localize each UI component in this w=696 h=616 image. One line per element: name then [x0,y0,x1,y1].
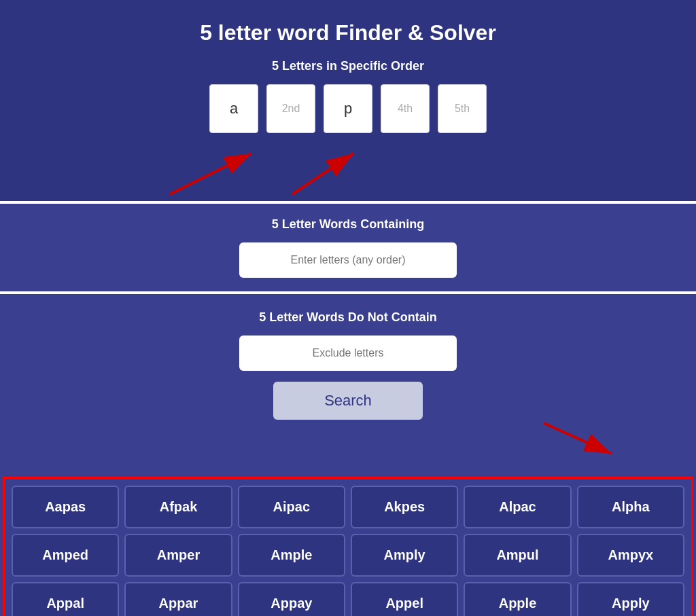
word-button[interactable]: Ampul [464,534,571,577]
letter-box-3[interactable] [324,84,372,133]
page-title: 5 letter word Finder & Solver [0,14,696,59]
top-section: 5 letter word Finder & Solver 5 Letters … [0,0,696,204]
svg-line-3 [292,153,353,194]
word-button[interactable]: Appay [238,582,345,616]
exclude-input[interactable] [239,336,457,371]
containing-input[interactable] [239,242,457,278]
results-grid: AapasAfpakAipacAkpesAlpacAlphaAmpedAmper… [12,486,684,616]
word-button[interactable]: Afpak [124,486,232,528]
letter-box-1[interactable] [209,84,258,133]
letter-box-4[interactable] [381,84,430,133]
middle-section: 5 Letter Words Containing [0,204,696,294]
page-wrapper: 5 letter word Finder & Solver 5 Letters … [0,0,696,616]
word-button[interactable]: Ampyx [577,534,684,577]
word-button[interactable]: Aipac [238,486,345,528]
svg-line-5 [544,423,612,454]
word-button[interactable]: Amply [351,534,458,577]
word-button[interactable]: Amped [12,534,119,577]
word-button[interactable]: Aapas [12,486,119,528]
letter-box-2[interactable] [266,84,315,133]
letter-boxes-row [0,84,696,133]
word-button[interactable]: Akpes [351,486,458,528]
word-button[interactable]: Ample [238,534,345,577]
do-not-contain-label: 5 Letter Words Do Not Contain [0,310,696,325]
word-button[interactable]: Amper [124,534,232,577]
word-button[interactable]: Apply [577,582,684,616]
word-button[interactable]: Appal [12,582,119,616]
specific-order-label: 5 Letters in Specific Order [0,59,696,73]
results-section: AapasAfpakAipacAkpesAlpacAlphaAmpedAmper… [3,477,693,616]
svg-line-1 [170,153,251,194]
word-button[interactable]: Apple [464,582,571,616]
arrows-area [0,147,696,201]
containing-label: 5 Letter Words Containing [0,217,696,232]
word-button[interactable]: Appar [124,582,232,616]
word-button[interactable]: Alpac [464,486,571,528]
word-button[interactable]: Alpha [577,486,684,528]
bottom-section: 5 Letter Words Do Not Contain Search [0,294,696,471]
word-button[interactable]: Appel [351,582,458,616]
letter-box-5[interactable] [438,84,487,133]
bottom-arrow-area [0,420,696,460]
search-button[interactable]: Search [273,382,423,420]
